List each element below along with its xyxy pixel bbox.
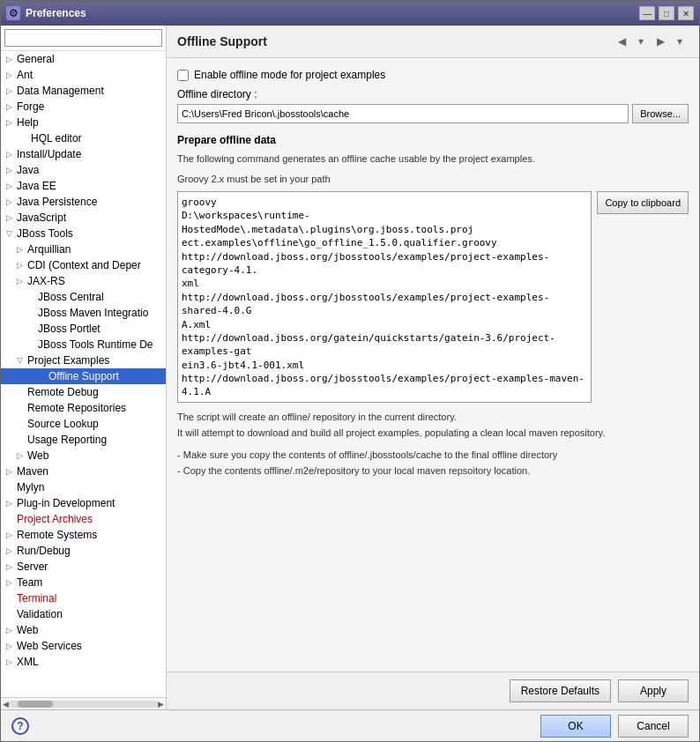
arrow-icon: ▷ (17, 245, 26, 254)
forward-button[interactable]: ▶ (652, 33, 669, 50)
dropdown-button[interactable]: ▾ (632, 33, 650, 50)
sidebar-item-plugin-development[interactable]: ▷ Plug-in Development (1, 495, 166, 511)
back-button[interactable]: ◀ (613, 33, 630, 50)
sidebar-item-label: JBoss Tools Runtime De (38, 338, 153, 351)
enable-offline-row: Enable offline mode for project examples (177, 69, 689, 81)
maximize-button[interactable]: □ (659, 6, 674, 20)
result-bullet1: - Make sure you copy the contents of off… (177, 448, 689, 464)
description-line1: The following command generates an offli… (177, 152, 689, 167)
arrow-icon: ▷ (6, 467, 15, 476)
sidebar-item-help[interactable]: ▷ Help (1, 115, 166, 130)
sidebar-item-mylyn[interactable]: Mylyn (1, 479, 166, 495)
scrollbar-thumb[interactable] (18, 701, 53, 708)
sidebar-item-jboss-central[interactable]: JBoss Central (1, 289, 166, 305)
arrow-icon: ▷ (6, 197, 15, 206)
sidebar-item-hql-editor[interactable]: HQL editor (1, 130, 166, 146)
result-bullet2: - Copy the contents offline/.m2e/reposit… (177, 464, 689, 479)
sidebar-item-label: Usage Reporting (27, 434, 107, 446)
arrow-icon: ▷ (6, 578, 15, 587)
sidebar-item-label: JBoss Tools (17, 227, 73, 240)
restore-defaults-button[interactable]: Restore Defaults (510, 679, 611, 702)
sidebar-item-jboss-maven[interactable]: JBoss Maven Integratio (1, 305, 166, 321)
sidebar-item-cdi[interactable]: ▷ CDI (Context and Deper (1, 257, 166, 273)
sidebar-scrollbar[interactable]: ◀ ▶ (1, 697, 166, 709)
arrow-icon: ▷ (6, 626, 15, 634)
main-content: ▷ General ▷ Ant ▷ Data Management ▷ Forg… (1, 26, 699, 741)
sidebar-item-label: HQL editor (31, 132, 82, 145)
menu-button[interactable]: ▾ (671, 33, 689, 50)
sidebar-item-jboss-tools[interactable]: ▽ JBoss Tools (1, 226, 166, 241)
sidebar-item-web[interactable]: ▷ Web (1, 448, 166, 464)
arrow-icon: ▷ (6, 118, 15, 127)
ok-button[interactable]: OK (540, 715, 611, 738)
copy-to-clipboard-button[interactable]: Copy to clipboard (597, 191, 689, 214)
sidebar-item-label: Remote Systems (17, 529, 97, 541)
sidebar-item-install-update[interactable]: ▷ Install/Update (1, 146, 166, 162)
sidebar-item-team[interactable]: ▷ Team (1, 575, 166, 590)
sidebar-item-java[interactable]: ▷ Java (1, 162, 166, 178)
sidebar-item-remote-debug[interactable]: Remote Debug (1, 384, 166, 400)
sidebar-item-label: Web Services (17, 640, 82, 652)
sidebar-item-javascript[interactable]: ▷ JavaScript (1, 210, 166, 226)
sidebar-item-label: JBoss Portlet (38, 323, 101, 335)
sidebar-item-project-archives[interactable]: Project Archives (1, 511, 166, 527)
search-input[interactable] (4, 29, 162, 47)
scroll-left-arrow[interactable]: ◀ (3, 700, 9, 709)
arrow-icon: ▷ (6, 70, 15, 79)
sidebar-item-data-management[interactable]: ▷ Data Management (1, 83, 166, 99)
bottom-bar: Restore Defaults Apply (167, 672, 699, 709)
sidebar-item-jboss-tools-runtime[interactable]: JBoss Tools Runtime De (1, 337, 166, 352)
arrow-icon: ▷ (6, 657, 15, 666)
sidebar-item-ant[interactable]: ▷ Ant (1, 67, 166, 83)
arrow-icon: ▷ (6, 150, 15, 159)
scroll-right-arrow[interactable]: ▶ (158, 700, 164, 709)
title-bar-left: ⚙ Preferences (6, 6, 86, 20)
sidebar-item-label: Source Lookup (27, 418, 99, 430)
sidebar-item-label: Java EE (17, 180, 56, 192)
sidebar-item-validation[interactable]: Validation (1, 606, 166, 622)
dir-row: Browse... (177, 104, 689, 123)
sidebar-item-offline-support[interactable]: Offline Support (1, 368, 166, 384)
sidebar-item-source-lookup[interactable]: Source Lookup (1, 416, 166, 432)
footer-buttons: OK Cancel (540, 715, 689, 738)
sidebar-item-label: CDI (Context and Deper (27, 259, 141, 271)
sidebar-item-web-services[interactable]: ▷ Web Services (1, 638, 166, 654)
sidebar-item-jboss-portlet[interactable]: JBoss Portlet (1, 321, 166, 337)
sidebar-item-remote-systems[interactable]: ▷ Remote Systems (1, 527, 166, 543)
window-title: Preferences (26, 7, 86, 19)
sidebar-item-label: Forge (17, 100, 44, 113)
sidebar-item-project-examples[interactable]: ▽ Project Examples (1, 352, 166, 368)
browse-button[interactable]: Browse... (632, 104, 689, 123)
sidebar-item-run-debug[interactable]: ▷ Run/Debug (1, 543, 166, 559)
sidebar-item-label: Project Examples (27, 354, 109, 367)
close-button[interactable]: ✕ (678, 6, 694, 20)
sidebar-item-remote-repositories[interactable]: Remote Repositories (1, 400, 166, 416)
scrollbar-track[interactable] (9, 701, 158, 708)
sidebar-item-java-persistence[interactable]: ▷ Java Persistence (1, 194, 166, 210)
sidebar-item-web2[interactable]: ▷ Web (1, 622, 166, 638)
sidebar-item-jax-rs[interactable]: ▷ JAX-RS (1, 273, 166, 289)
command-area: Copy to clipboard (177, 191, 689, 403)
cancel-button[interactable]: Cancel (618, 715, 689, 738)
sidebar-item-arquillian[interactable]: ▷ Arquillian (1, 241, 166, 257)
sidebar-item-general[interactable]: ▷ General (1, 51, 166, 67)
sidebar-item-maven[interactable]: ▷ Maven (1, 464, 166, 479)
sidebar-item-xml[interactable]: ▷ XML (1, 654, 166, 670)
minimize-button[interactable]: — (639, 6, 655, 20)
command-textarea[interactable] (177, 191, 592, 403)
dir-input[interactable] (177, 104, 629, 123)
result-area: The script will create an offline/ repos… (177, 410, 689, 479)
sidebar-item-usage-reporting[interactable]: Usage Reporting (1, 432, 166, 448)
sidebar-item-java-ee[interactable]: ▷ Java EE (1, 178, 166, 194)
arrow-icon: ▷ (17, 277, 26, 286)
sidebar-item-server[interactable]: ▷ Server (1, 559, 166, 575)
help-icon[interactable]: ? (11, 717, 29, 735)
search-box[interactable] (1, 26, 166, 51)
apply-button[interactable]: Apply (618, 679, 689, 702)
enable-offline-checkbox[interactable] (177, 70, 189, 81)
sidebar-item-label: JAX-RS (27, 275, 65, 287)
sidebar-item-label: JavaScript (17, 211, 66, 224)
sidebar-item-terminal[interactable]: Terminal (1, 590, 166, 606)
sidebar-item-forge[interactable]: ▷ Forge (1, 99, 166, 115)
sidebar-item-label: Install/Update (17, 148, 81, 160)
